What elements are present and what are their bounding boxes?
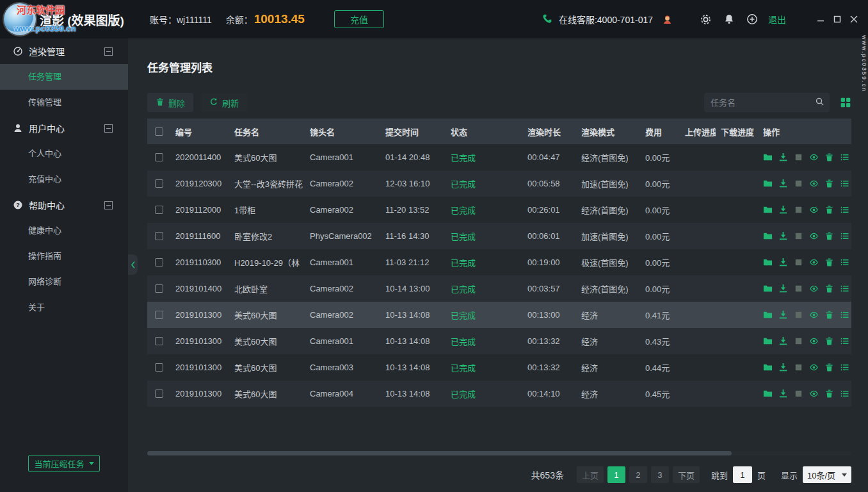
stop-icon[interactable]: [794, 258, 803, 267]
eye-icon[interactable]: [809, 258, 819, 267]
page-size-select[interactable]: 10条/页: [803, 466, 851, 483]
sidebar-item-operation-guide[interactable]: 操作指南: [0, 243, 128, 269]
row-checkbox[interactable]: [155, 390, 163, 398]
grid-view-icon[interactable]: [840, 97, 851, 108]
eye-icon[interactable]: [809, 363, 819, 372]
trash-icon[interactable]: [824, 310, 834, 320]
table-row[interactable]: 2019112000 1带柜 Camera002 11-20 13:52 已完成…: [147, 197, 851, 223]
page-button-3[interactable]: 3: [651, 466, 669, 483]
settings-gear-icon[interactable]: [700, 13, 712, 26]
folder-icon[interactable]: [763, 336, 773, 346]
row-checkbox[interactable]: [155, 232, 163, 240]
stop-icon[interactable]: [794, 179, 803, 188]
sidebar-section-help-center[interactable]: ? 帮助中心: [0, 192, 128, 218]
maximize-button[interactable]: [832, 14, 842, 24]
horizontal-scrollbar[interactable]: [147, 451, 851, 455]
page-button-2[interactable]: 2: [629, 466, 647, 483]
eye-icon[interactable]: [809, 179, 819, 188]
search-input[interactable]: [711, 98, 815, 108]
trash-icon[interactable]: [824, 284, 834, 293]
download-icon[interactable]: [778, 179, 788, 188]
row-checkbox[interactable]: [155, 284, 163, 293]
jump-page-input[interactable]: [733, 466, 752, 483]
prev-page-button[interactable]: 上页: [577, 466, 604, 483]
trash-icon[interactable]: [824, 258, 834, 267]
download-icon[interactable]: [778, 389, 788, 398]
download-icon[interactable]: [778, 310, 788, 320]
plus-circle-icon[interactable]: [746, 13, 758, 25]
folder-icon[interactable]: [763, 284, 773, 293]
row-checkbox[interactable]: [155, 337, 163, 345]
folder-icon[interactable]: [763, 258, 773, 267]
table-row[interactable]: 2020011400 美式60大图 Camera001 01-14 20:48 …: [147, 144, 851, 170]
download-icon[interactable]: [778, 284, 788, 293]
table-row[interactable]: 2019101300 美式60大图 Camera002 10-13 14:08 …: [147, 302, 851, 328]
stop-icon[interactable]: [794, 389, 803, 398]
download-icon[interactable]: [778, 363, 788, 372]
trash-icon[interactable]: [824, 231, 834, 241]
stop-icon[interactable]: [794, 205, 803, 215]
eye-icon[interactable]: [809, 310, 819, 320]
sidebar-item-about[interactable]: 关于: [0, 295, 128, 320]
stop-icon[interactable]: [794, 310, 803, 320]
table-row[interactable]: 2019120300 大堂--改3瓷砖拼花 Camera002 12-03 16…: [147, 170, 851, 197]
table-row[interactable]: 2019110300 H2019-10-29（林 Camera001 11-03…: [147, 249, 851, 275]
stop-icon[interactable]: [794, 336, 803, 346]
trash-icon[interactable]: [824, 363, 834, 372]
list-icon[interactable]: [840, 152, 849, 162]
folder-icon[interactable]: [763, 205, 773, 215]
folder-icon[interactable]: [763, 152, 773, 162]
search-icon[interactable]: [815, 97, 824, 108]
table-row[interactable]: 2019101300 美式60大图 Camera004 10-13 14:08 …: [147, 381, 851, 407]
trash-icon[interactable]: [824, 389, 834, 398]
row-checkbox[interactable]: [155, 179, 163, 188]
list-icon[interactable]: [840, 231, 849, 241]
table-row[interactable]: 2019101300 美式60大图 Camera003 10-13 14:08 …: [147, 354, 851, 381]
sidebar-item-task-manage[interactable]: 任务管理: [0, 64, 128, 90]
compress-tasks-button[interactable]: 当前压缩任务: [28, 455, 100, 472]
folder-icon[interactable]: [763, 310, 773, 320]
page-button-1[interactable]: 1: [607, 466, 625, 483]
sidebar-section-render-manage[interactable]: 渲染管理: [0, 38, 128, 64]
logout-link[interactable]: 退出: [768, 13, 786, 26]
delete-button[interactable]: 删除: [147, 93, 193, 112]
sidebar-item-transfer-manage[interactable]: 传输管理: [0, 90, 128, 115]
trash-icon[interactable]: [824, 179, 834, 188]
trash-icon[interactable]: [824, 205, 834, 215]
stop-icon[interactable]: [794, 231, 803, 241]
eye-icon[interactable]: [809, 152, 819, 162]
sidebar-item-recharge-center[interactable]: 充值中心: [0, 167, 128, 192]
table-row[interactable]: 2019101400 北欧卧室 Camera002 10-14 13:00 已完…: [147, 275, 851, 302]
close-button[interactable]: [849, 14, 859, 24]
download-icon[interactable]: [778, 336, 788, 346]
download-icon[interactable]: [778, 152, 788, 162]
scrollbar-thumb[interactable]: [147, 451, 732, 455]
refresh-button[interactable]: 刷新: [201, 93, 247, 112]
minimize-button[interactable]: [816, 14, 826, 24]
row-checkbox[interactable]: [155, 363, 163, 372]
eye-icon[interactable]: [809, 284, 819, 293]
sidebar-section-user-center[interactable]: 用户中心: [0, 115, 128, 141]
folder-icon[interactable]: [763, 389, 773, 398]
row-checkbox[interactable]: [155, 153, 163, 161]
list-icon[interactable]: [840, 389, 849, 398]
download-icon[interactable]: [778, 231, 788, 241]
stop-icon[interactable]: [794, 152, 803, 162]
folder-icon[interactable]: [763, 179, 773, 188]
list-icon[interactable]: [840, 310, 849, 320]
download-icon[interactable]: [778, 205, 788, 215]
list-icon[interactable]: [840, 179, 849, 188]
stop-icon[interactable]: [794, 363, 803, 372]
list-icon[interactable]: [840, 284, 849, 293]
eye-icon[interactable]: [809, 336, 819, 346]
collapse-minus-icon[interactable]: [104, 124, 113, 133]
row-checkbox[interactable]: [155, 258, 163, 266]
recharge-button[interactable]: 充值: [334, 10, 384, 28]
trash-icon[interactable]: [824, 152, 834, 162]
list-icon[interactable]: [840, 205, 849, 215]
download-icon[interactable]: [778, 258, 788, 267]
trash-icon[interactable]: [824, 336, 834, 346]
select-all-checkbox[interactable]: [155, 127, 163, 136]
sidebar-item-personal-center[interactable]: 个人中心: [0, 141, 128, 167]
eye-icon[interactable]: [809, 205, 819, 215]
